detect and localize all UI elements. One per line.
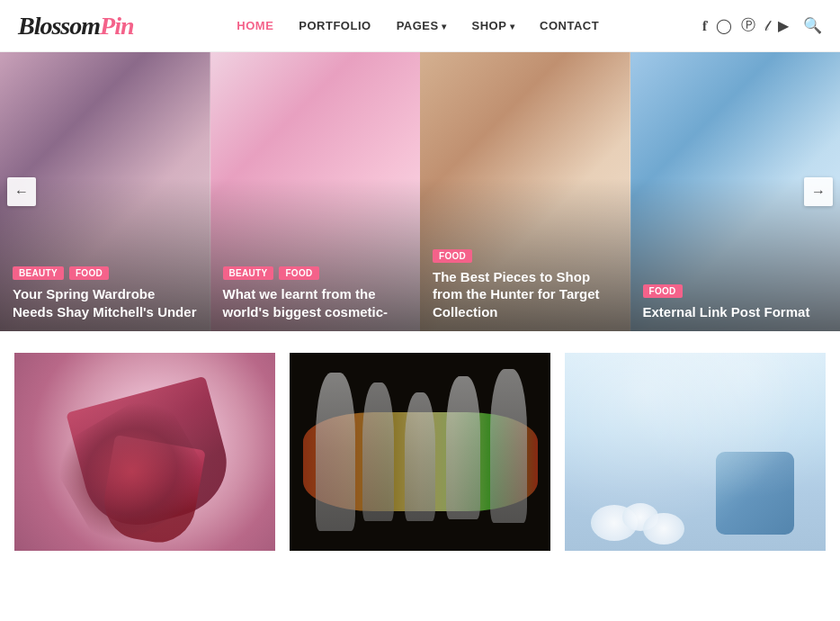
grid-section [0, 335, 840, 569]
nav-portfolio[interactable]: PORTFOLIO [299, 19, 371, 32]
tag-food: FOOD [433, 249, 472, 263]
carousel-item-content: BEAUTY FOOD Your Spring Wardrobe Needs S… [0, 256, 210, 331]
tag-group: BEAUTY FOOD [223, 266, 408, 280]
main-nav: HOME PORTFOLIO PAGES SHOP CONTACT [237, 19, 599, 32]
pinterest-icon[interactable]: Ⓟ [741, 16, 755, 35]
youtube-icon[interactable]: ▶ [778, 17, 789, 34]
tag-food: FOOD [69, 266, 109, 280]
nav-contact[interactable]: CONTACT [540, 19, 599, 32]
search-icon[interactable]: 🔍 [803, 16, 822, 35]
carousel-item-content: BEAUTY FOOD What we learnt from the worl… [210, 256, 421, 331]
logo-pin: Pin [100, 12, 133, 40]
carousel-item[interactable]: FOOD The Best Pieces to Shop from the Hu… [420, 52, 630, 331]
grid-card[interactable] [565, 353, 826, 551]
carousel-item-content: FOOD The Best Pieces to Shop from the Hu… [420, 238, 630, 332]
carousel: ← BEAUTY FOOD Your Spring Wardrobe Needs… [0, 52, 840, 331]
instagram-icon[interactable]: ◯ [716, 17, 732, 34]
carousel-item-content: FOOD External Link Post Format [630, 274, 841, 332]
logo[interactable]: BlossomPin [18, 12, 134, 40]
carousel-title: The Best Pieces to Shop from the Hunter … [433, 268, 618, 321]
nav-pages[interactable]: PAGES [397, 19, 447, 32]
tag-group: BEAUTY FOOD [13, 266, 198, 280]
nav-shop[interactable]: SHOP [471, 19, 514, 32]
grid-card-image [290, 353, 550, 551]
tag-beauty: BEAUTY [223, 266, 274, 280]
grid-card-image [14, 353, 275, 551]
tag-group: FOOD [433, 249, 618, 263]
linkedin-icon[interactable]: 𝓁 [764, 18, 769, 34]
tag-food: FOOD [643, 284, 683, 298]
carousel-item[interactable]: BEAUTY FOOD What we learnt from the worl… [210, 52, 421, 331]
grid-card[interactable] [14, 353, 275, 551]
facebook-icon[interactable]: 𝐟 [702, 18, 707, 34]
social-icons: 𝐟 ◯ Ⓟ 𝓁 ▶ 🔍 [702, 16, 822, 35]
carousel-title: External Link Post Format [643, 303, 828, 321]
carousel-prev-button[interactable]: ← [7, 177, 36, 206]
carousel-title: Your Spring Wardrobe Needs Shay Mitchell… [13, 285, 198, 320]
grid-card[interactable] [290, 353, 550, 551]
logo-blossom: Blossom [18, 12, 100, 40]
tag-food: FOOD [279, 266, 318, 280]
grid-card-image [565, 353, 826, 551]
tag-group: FOOD [643, 284, 828, 298]
carousel-next-button[interactable]: → [804, 177, 833, 206]
header: BlossomPin HOME PORTFOLIO PAGES SHOP CON… [0, 0, 840, 52]
nav-home[interactable]: HOME [237, 19, 273, 32]
carousel-title: What we learnt from the world's biggest … [223, 285, 408, 320]
tag-beauty: BEAUTY [13, 266, 64, 280]
